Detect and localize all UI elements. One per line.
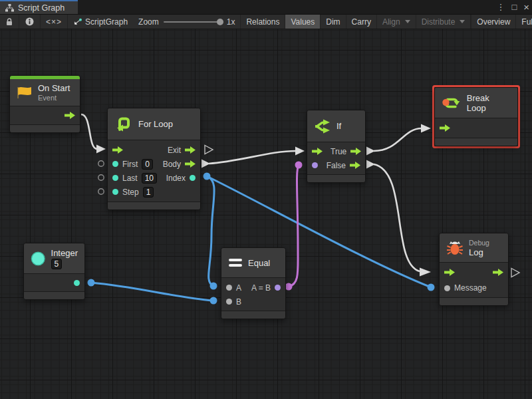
- a-input-port[interactable]: [226, 285, 232, 291]
- integer-icon: [31, 251, 46, 267]
- dim-label: Dim: [326, 17, 340, 27]
- node-title: Equal: [248, 258, 270, 268]
- true-output-port[interactable]: [350, 148, 361, 155]
- lock-button[interactable]: [0, 15, 19, 29]
- carry-label: Carry: [352, 17, 371, 27]
- true-label: True: [331, 147, 346, 156]
- values-button[interactable]: Values: [285, 15, 321, 29]
- first-unconnected-marker[interactable]: [98, 161, 104, 166]
- graph-canvas[interactable]: On Start Event For Loop: [0, 29, 532, 399]
- wire-index-to-equal-a[interactable]: [203, 173, 217, 290]
- node-on-start[interactable]: On Start Event: [9, 75, 80, 133]
- b-label: B: [236, 297, 241, 307]
- overview-button[interactable]: Overview: [471, 15, 516, 29]
- port-row-enter: [435, 118, 517, 138]
- info-button[interactable]: [19, 15, 41, 29]
- flow-output-port[interactable]: [65, 112, 75, 119]
- wire-iffalse-to-debuglog[interactable]: [366, 160, 431, 277]
- log-out-unconnected-marker[interactable]: [511, 269, 519, 277]
- body-output-port[interactable]: [185, 160, 196, 168]
- node-integer[interactable]: Integer 5: [23, 243, 85, 300]
- b-input-port[interactable]: [226, 299, 232, 305]
- flow-input-port[interactable]: [440, 124, 450, 132]
- node-footer: [435, 138, 517, 146]
- port-row-true: True: [307, 144, 365, 158]
- graph-icon: [73, 18, 82, 26]
- flow-input-port[interactable]: [112, 146, 123, 154]
- node-title: Log: [469, 247, 489, 257]
- lock-icon: [6, 18, 13, 26]
- carry-button[interactable]: Carry: [346, 15, 377, 29]
- maximize-icon[interactable]: □: [511, 0, 517, 14]
- step-input-port[interactable]: [112, 189, 118, 195]
- index-label: Index: [166, 174, 186, 183]
- result-output-port[interactable]: [275, 285, 281, 291]
- wire-body-to-if[interactable]: [201, 147, 305, 168]
- last-unconnected-marker[interactable]: [98, 175, 104, 180]
- node-for-loop[interactable]: For Loop Exit First 0 Body: [107, 108, 201, 210]
- flow-input-port[interactable]: [312, 148, 323, 155]
- index-output-port[interactable]: [190, 175, 196, 181]
- step-value-field[interactable]: 1: [143, 187, 154, 198]
- port-row-step: Step 1: [108, 185, 200, 199]
- exit-output-port[interactable]: [185, 146, 196, 154]
- values-label: Values: [291, 17, 315, 27]
- flag-icon: [17, 86, 33, 99]
- zoom-slider[interactable]: [164, 21, 222, 23]
- false-label: False: [327, 161, 346, 170]
- wire-integer-to-equal-b[interactable]: [88, 279, 217, 305]
- tab-script-graph[interactable]: Script Graph: [0, 0, 78, 14]
- overview-label: Overview: [477, 17, 510, 27]
- chevron-down-icon: [460, 20, 465, 23]
- zoom-slider-handle[interactable]: [217, 19, 223, 25]
- wire-iftrue-to-breakloop[interactable]: [366, 124, 431, 156]
- equals-icon: [228, 258, 243, 267]
- port-row-output: [24, 274, 84, 291]
- step-unconnected-marker[interactable]: [98, 189, 104, 194]
- port-row-false: False: [307, 158, 365, 172]
- node-footer: [10, 124, 80, 132]
- false-output-port[interactable]: [350, 162, 360, 169]
- node-equal[interactable]: Equal A A = B B: [221, 247, 286, 319]
- close-icon[interactable]: ×: [523, 0, 529, 14]
- port-row-flow: [440, 264, 508, 280]
- exit-unconnected-marker[interactable]: [205, 146, 213, 154]
- distribute-button[interactable]: Distribute: [416, 15, 471, 29]
- condition-input-port[interactable]: [312, 162, 318, 168]
- exit-label: Exit: [168, 146, 181, 155]
- first-value-field[interactable]: 0: [142, 159, 153, 170]
- last-value-field[interactable]: 10: [142, 173, 157, 184]
- node-break-loop[interactable]: Break Loop: [434, 87, 518, 146]
- bug-icon: [446, 239, 464, 257]
- port-row-last-index: Last 10 Index: [108, 171, 200, 185]
- integer-value-field[interactable]: 5: [51, 259, 63, 269]
- node-subtitle: Event: [38, 94, 70, 102]
- wire-onstart-to-forloop[interactable]: [81, 114, 106, 154]
- graph-breadcrumb[interactable]: ScriptGraph: [68, 15, 133, 29]
- node-category: Debug: [469, 239, 489, 247]
- code-icon: <×>: [46, 17, 62, 27]
- fullscreen-label: Full Screen: [521, 17, 532, 27]
- window-menu-icon[interactable]: ⋮: [496, 0, 505, 14]
- flow-output-port[interactable]: [493, 269, 503, 276]
- port-row-b: B: [221, 295, 285, 309]
- wire-equal-to-if-condition[interactable]: [285, 162, 303, 291]
- align-button[interactable]: Align: [377, 15, 416, 29]
- dim-button[interactable]: Dim: [321, 15, 346, 29]
- flow-input-port[interactable]: [444, 269, 455, 276]
- node-if[interactable]: If True False: [307, 110, 366, 183]
- first-label: First: [122, 160, 138, 169]
- integer-output-port[interactable]: [74, 280, 80, 286]
- tab-title: Script Graph: [18, 3, 65, 13]
- message-input-port[interactable]: [444, 285, 450, 291]
- node-title: On Start: [38, 83, 70, 93]
- graph-toolbar: <×> ScriptGraph Zoom 1x Relations Values: [0, 14, 532, 29]
- code-view-button[interactable]: <×>: [41, 15, 68, 29]
- last-label: Last: [122, 174, 138, 183]
- node-debug-log[interactable]: Debug Log Message: [439, 233, 509, 306]
- port-row-message: Message: [440, 280, 508, 296]
- first-input-port[interactable]: [112, 161, 118, 167]
- relations-button[interactable]: Relations: [240, 15, 285, 29]
- fullscreen-button[interactable]: Full Screen: [516, 15, 532, 29]
- last-input-port[interactable]: [112, 175, 118, 181]
